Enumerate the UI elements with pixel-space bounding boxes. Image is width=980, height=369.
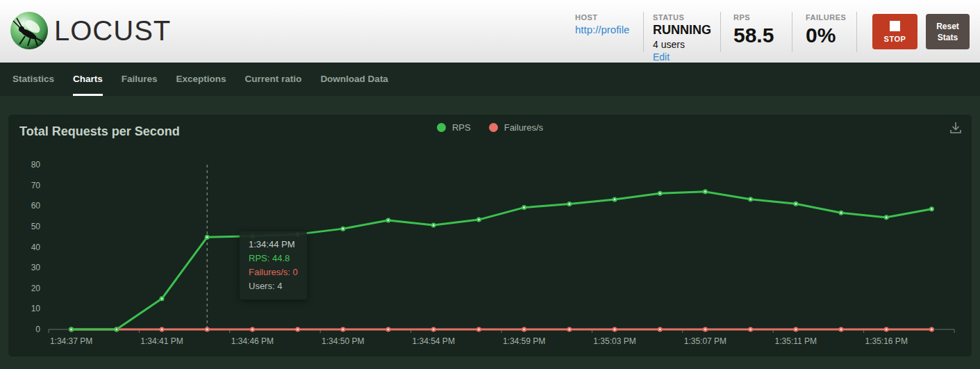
legend-item-failures[interactable]: Failures/s (489, 122, 543, 133)
host-link[interactable]: http://profile (575, 24, 629, 35)
data-point-center (704, 191, 706, 193)
data-point-center (795, 329, 797, 331)
data-point-center (297, 329, 299, 331)
status-value: RUNNING (653, 23, 711, 38)
y-tick-label: 10 (31, 304, 41, 313)
y-tick-label: 40 (31, 243, 41, 252)
data-point-center (161, 298, 163, 300)
data-point-center (614, 199, 616, 201)
edit-link[interactable]: Edit (653, 51, 711, 63)
tab-download-data[interactable]: Download Data (320, 63, 388, 96)
data-point-center (886, 217, 888, 219)
data-point-center (614, 329, 616, 331)
legend-label: Failures/s (504, 122, 543, 133)
tab-statistics[interactable]: Statistics (13, 63, 54, 96)
status-users: 4 users (653, 39, 711, 50)
rps-block: RPS 58.5 (733, 13, 774, 47)
stop-square-icon (890, 21, 900, 31)
stop-button[interactable]: STOP (872, 14, 917, 49)
y-tick-label: 70 (31, 181, 41, 190)
data-point-center (931, 329, 933, 331)
legend-dot (437, 123, 446, 132)
app-header: LOCUST HOST http://profile STATUS RUNNIN… (0, 0, 980, 63)
x-tick-label: 1:34:50 PM (322, 336, 364, 346)
data-point-center (795, 203, 797, 205)
stop-button-label: STOP (884, 35, 906, 43)
x-tick-label: 1:34:54 PM (413, 336, 455, 346)
locust-logo: LOCUST (10, 11, 171, 50)
y-tick-label: 20 (31, 284, 41, 293)
rps-label: RPS (733, 13, 774, 22)
data-point-center (840, 329, 842, 331)
data-point-center (931, 208, 933, 210)
data-point-center (704, 329, 706, 331)
legend-label: RPS (452, 122, 471, 133)
status-block: STATUS RUNNING 4 users Edit (653, 13, 711, 63)
x-tick-label: 1:34:59 PM (503, 336, 545, 346)
data-point-center (342, 228, 344, 230)
series-line-rps (72, 192, 932, 329)
locust-logo-icon (10, 11, 49, 50)
x-tick-label: 1:35:07 PM (684, 336, 726, 346)
data-point-center (297, 233, 299, 236)
tab-failures[interactable]: Failures (122, 63, 158, 96)
legend-item-rps[interactable]: RPS (437, 122, 471, 133)
data-point-center (388, 329, 390, 331)
data-point-center (523, 206, 525, 208)
host-block: HOST http://profile (575, 13, 629, 35)
rps-chart[interactable]: 010203040506070801:34:37 PM1:34:41 PM1:3… (8, 115, 972, 356)
y-tick-label: 60 (31, 201, 41, 211)
data-point-center (478, 329, 480, 331)
rps-chart-panel: 010203040506070801:34:37 PM1:34:41 PM1:3… (8, 115, 972, 356)
reset-stats-button[interactable]: Reset Stats (926, 14, 970, 49)
data-point-center (886, 329, 888, 331)
data-point-center (342, 329, 344, 331)
data-point-center (659, 329, 661, 331)
tab-current-ratio[interactable]: Current ratio (245, 63, 302, 96)
y-tick-label: 80 (31, 160, 41, 170)
data-point-center (749, 329, 751, 331)
data-point-center (433, 224, 435, 227)
data-point-center (478, 219, 480, 221)
data-point-center (433, 329, 435, 331)
divider (856, 12, 857, 52)
x-tick-label: 1:34:46 PM (231, 336, 274, 346)
data-point-center (251, 235, 254, 237)
data-point-center (116, 329, 118, 331)
charts-page: 010203040506070801:34:37 PM1:34:41 PM1:3… (0, 96, 980, 369)
y-tick-label: 30 (31, 263, 41, 272)
x-tick-label: 1:34:37 PM (50, 336, 92, 346)
legend-dot (489, 123, 498, 132)
data-point-center (569, 329, 571, 331)
download-icon[interactable] (948, 120, 963, 136)
data-point-center (840, 212, 842, 214)
failures-label: FAILURES (806, 13, 846, 22)
data-point-center (749, 198, 751, 200)
data-point-center (70, 329, 72, 331)
failures-value: 0% (806, 24, 846, 47)
host-label: HOST (575, 13, 629, 22)
x-tick-label: 1:35:16 PM (865, 336, 908, 346)
failures-block: FAILURES 0% (806, 13, 846, 47)
y-tick-label: 0 (35, 325, 40, 334)
divider (792, 12, 792, 52)
data-point-center (569, 203, 571, 205)
tab-exceptions[interactable]: Exceptions (176, 63, 226, 96)
status-label: STATUS (653, 13, 711, 22)
divider (720, 12, 721, 52)
data-point-center (388, 220, 390, 222)
data-point-center (523, 329, 525, 331)
app-title: LOCUST (54, 15, 171, 47)
data-point-center (251, 329, 254, 331)
x-tick-label: 1:34:41 PM (140, 336, 183, 346)
chart-title: Total Requests per Second (19, 124, 180, 139)
rps-value: 58.5 (733, 24, 774, 47)
data-point-center (206, 236, 208, 238)
tab-charts[interactable]: Charts (73, 63, 103, 96)
main-nav: Statistics Charts Failures Exceptions Cu… (0, 63, 980, 96)
x-tick-label: 1:35:03 PM (593, 336, 636, 346)
x-tick-label: 1:35:11 PM (775, 336, 817, 346)
y-tick-label: 50 (31, 222, 41, 231)
divider (643, 12, 644, 52)
data-point-center (659, 192, 661, 195)
